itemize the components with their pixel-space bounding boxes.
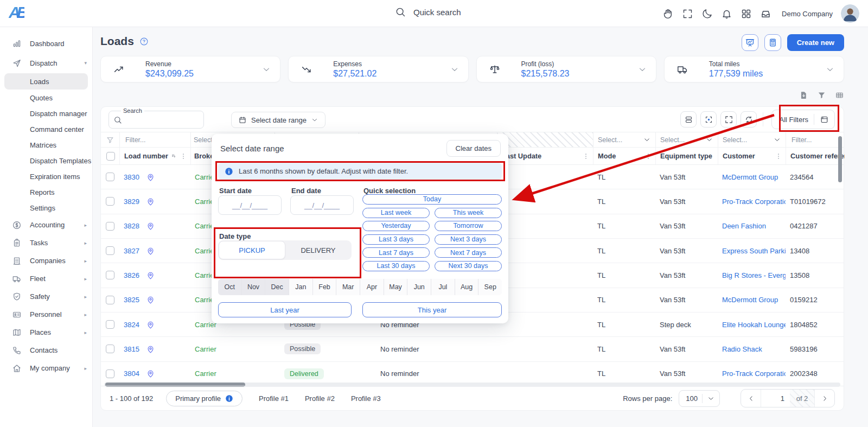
apps-grid-icon[interactable] xyxy=(741,8,752,20)
customer-filter[interactable]: Select... xyxy=(718,132,786,147)
mode-filter[interactable]: Select... xyxy=(593,132,655,147)
table-view-icon[interactable] xyxy=(835,91,844,100)
location-pin-icon[interactable] xyxy=(146,345,155,354)
month-jan[interactable]: Jan xyxy=(289,279,313,295)
month-jul[interactable]: Jul xyxy=(431,279,455,295)
vertical-scrollbar-thumb[interactable] xyxy=(838,136,842,182)
column-equipment-type[interactable]: Equipment type xyxy=(655,148,718,164)
sidebar-item-my-company[interactable]: My company▸ xyxy=(0,359,92,377)
tab-profile-2[interactable]: Profile #2 xyxy=(305,394,335,403)
sidebar-item-dispatch[interactable]: Dispatch▾ xyxy=(0,53,92,73)
column-customer-reference[interactable]: Customer reference xyxy=(786,148,845,164)
app-logo[interactable]: AB xyxy=(9,3,24,22)
sidebar-item-expiration-items[interactable]: Expiration items xyxy=(0,169,92,184)
load-number-link[interactable]: 3824 xyxy=(124,321,139,329)
sidebar-item-dispatch-manager[interactable]: Dispatch manager xyxy=(0,106,92,122)
location-pin-icon[interactable] xyxy=(146,320,155,329)
customer-reference-filter[interactable] xyxy=(786,132,845,147)
sidebar-item-reports[interactable]: Reports xyxy=(0,184,92,200)
stat-card-total-miles[interactable]: Total miles177,539 miles xyxy=(664,56,844,82)
next-page-button[interactable] xyxy=(815,390,834,407)
month-oct[interactable]: Oct xyxy=(218,279,242,295)
equipment-filter[interactable]: Select... xyxy=(655,132,718,147)
quick-button-yesterday[interactable]: Yesterday xyxy=(362,221,430,231)
previous-page-button[interactable] xyxy=(741,390,761,407)
row-checkbox[interactable] xyxy=(106,345,114,353)
current-page-input[interactable]: 1 xyxy=(761,390,790,407)
all-filters-button[interactable]: All Filters xyxy=(771,110,835,129)
location-pin-icon[interactable] xyxy=(146,369,155,378)
chevron-down-icon[interactable] xyxy=(637,65,647,74)
quick-button-last-30-days[interactable]: Last 30 days xyxy=(362,261,430,271)
user-avatar[interactable] xyxy=(841,4,859,23)
sidebar-item-fleet[interactable]: Fleet▸ xyxy=(0,270,92,288)
customer-link[interactable]: Express South Parking xyxy=(722,247,786,255)
customer-link[interactable]: Pro-Track Corporation xyxy=(722,369,786,378)
tab-primary-profile[interactable]: Primary profile xyxy=(166,391,242,406)
customer-link[interactable]: McDermott Group xyxy=(722,296,778,304)
fullscreen-icon[interactable] xyxy=(682,8,693,20)
export-file-icon[interactable] xyxy=(799,91,808,100)
month-feb[interactable]: Feb xyxy=(313,279,337,295)
load-number-link[interactable]: 3828 xyxy=(124,222,139,230)
month-sep[interactable]: Sep xyxy=(478,279,502,295)
row-checkbox[interactable] xyxy=(106,296,114,304)
column-mode[interactable]: Mode xyxy=(593,148,655,164)
load-number-link[interactable]: 3825 xyxy=(124,296,139,304)
location-pin-icon[interactable] xyxy=(146,197,155,206)
location-pin-icon[interactable] xyxy=(146,173,155,182)
start-date-input[interactable] xyxy=(218,195,282,215)
location-pin-icon[interactable] xyxy=(146,295,155,304)
customer-link[interactable]: Deen Fashion xyxy=(722,222,766,230)
stat-card-expenses[interactable]: Expenses$27,521.02 xyxy=(288,56,468,82)
filter-funnel-icon[interactable] xyxy=(817,91,826,100)
quick-search[interactable] xyxy=(395,7,499,17)
month-may[interactable]: May xyxy=(384,279,408,295)
tab-profile-3[interactable]: Profile #3 xyxy=(351,394,381,403)
create-new-button[interactable]: Create new xyxy=(787,34,844,51)
chevron-down-icon[interactable] xyxy=(825,65,835,74)
customer-link[interactable]: Radio Shack xyxy=(722,345,762,353)
row-checkbox[interactable] xyxy=(106,246,114,255)
tab-profile-1[interactable]: Profile #1 xyxy=(259,394,289,403)
select-all-checkbox[interactable] xyxy=(106,152,115,161)
end-date-input[interactable] xyxy=(290,195,354,215)
inbox-tray-icon[interactable] xyxy=(760,8,771,20)
row-checkbox[interactable] xyxy=(106,222,114,231)
column-menu-icon[interactable] xyxy=(180,152,187,160)
load-number-link[interactable]: 3804 xyxy=(124,369,139,378)
month-jun[interactable]: Jun xyxy=(407,279,431,295)
select-date-range-button[interactable]: Select date range xyxy=(231,112,326,128)
sidebar-item-personnel[interactable]: Personnel▸ xyxy=(0,305,92,323)
month-mar[interactable]: Mar xyxy=(336,279,360,295)
load-number-filter-input[interactable] xyxy=(124,136,186,144)
this-year-button[interactable]: This year xyxy=(362,302,502,317)
row-checkbox[interactable] xyxy=(106,369,114,378)
customer-reference-filter-input[interactable] xyxy=(790,136,840,144)
month-apr[interactable]: Apr xyxy=(360,279,384,295)
sidebar-item-settings[interactable]: Settings xyxy=(0,200,92,216)
load-number-link[interactable]: 3830 xyxy=(124,173,139,181)
sidebar-item-dispatch-templates[interactable]: Dispatch Templates xyxy=(0,153,92,169)
column-menu-icon[interactable] xyxy=(582,152,590,160)
column-load-number[interactable]: Load number xyxy=(119,148,190,164)
load-number-link[interactable]: 3827 xyxy=(124,247,139,255)
customer-link[interactable]: Elite Hookah Lounge Atl xyxy=(722,321,786,329)
load-number-filter[interactable] xyxy=(119,132,190,147)
quick-button-next-3-days[interactable]: Next 3 days xyxy=(435,234,502,245)
stat-card-profit-loss[interactable]: Profit (loss)$215,578.23 xyxy=(476,56,656,82)
column-menu-icon[interactable] xyxy=(775,152,782,160)
row-density-button[interactable] xyxy=(680,111,697,128)
month-aug[interactable]: Aug xyxy=(455,279,479,295)
quick-button-next-30-days[interactable]: Next 30 days xyxy=(435,261,502,271)
stat-card-revenue[interactable]: Revenue$243,099.25 xyxy=(100,56,280,82)
month-dec[interactable]: Dec xyxy=(265,279,289,295)
date-type-pickup[interactable]: PICKUP xyxy=(219,241,285,259)
quick-button-last-7-days[interactable]: Last 7 days xyxy=(362,247,430,258)
dark-mode-moon-icon[interactable] xyxy=(701,8,713,20)
load-number-link[interactable]: 3826 xyxy=(124,271,139,279)
load-number-link[interactable]: 3815 xyxy=(124,345,139,353)
quick-button-this-week[interactable]: This week xyxy=(435,208,502,218)
rows-per-page-select[interactable]: 100 xyxy=(679,390,720,407)
sidebar-item-accounting[interactable]: Accounting▸ xyxy=(0,216,92,234)
